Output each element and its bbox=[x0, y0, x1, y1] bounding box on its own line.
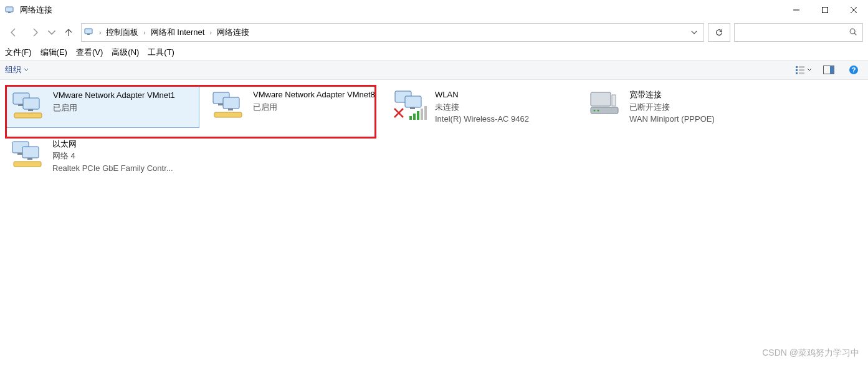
svg-rect-31 bbox=[405, 96, 421, 107]
svg-rect-34 bbox=[413, 114, 416, 120]
adapter-detail: Realtek PCIe GbE Family Contr... bbox=[52, 162, 173, 175]
svg-rect-3 bbox=[823, 7, 828, 13]
svg-rect-47 bbox=[17, 153, 22, 155]
navigation-bar: › 控制面板 › 网络和 Internet › 网络连接 bbox=[0, 20, 868, 45]
svg-rect-46 bbox=[22, 147, 39, 158]
back-button[interactable] bbox=[5, 24, 22, 41]
refresh-button[interactable] bbox=[708, 23, 730, 42]
svg-rect-22 bbox=[18, 104, 23, 106]
organize-button[interactable]: 组织 bbox=[5, 64, 29, 75]
adapter-item-ethernet[interactable]: 以太网 网络 4 Realtek PCIe GbE Family Contr..… bbox=[6, 135, 199, 177]
svg-rect-10 bbox=[796, 66, 798, 68]
adapter-item-wlan[interactable]: WLAN 未连接 Intel(R) Wireless-AC 9462 bbox=[389, 86, 576, 128]
svg-rect-13 bbox=[799, 69, 804, 71]
svg-rect-1 bbox=[8, 12, 11, 13]
breadcrumb-sep-icon: › bbox=[142, 29, 146, 36]
organize-label: 组织 bbox=[5, 64, 21, 75]
wlan-adapter-icon bbox=[393, 89, 427, 121]
svg-point-8 bbox=[850, 29, 855, 34]
app-icon bbox=[5, 5, 15, 15]
svg-rect-42 bbox=[612, 95, 616, 106]
svg-rect-26 bbox=[223, 97, 239, 109]
adapter-name: WLAN bbox=[435, 89, 529, 101]
svg-point-44 bbox=[598, 110, 599, 112]
window-controls bbox=[782, 0, 868, 20]
adapter-status: 已启用 bbox=[253, 101, 375, 114]
svg-text:?: ? bbox=[852, 66, 856, 74]
network-adapter-icon bbox=[11, 89, 45, 122]
svg-rect-36 bbox=[421, 109, 423, 120]
svg-rect-35 bbox=[417, 111, 419, 120]
close-button[interactable] bbox=[839, 0, 868, 20]
svg-rect-14 bbox=[796, 72, 798, 74]
svg-rect-24 bbox=[14, 113, 42, 118]
recent-dropdown[interactable] bbox=[47, 24, 56, 41]
breadcrumb-controlpanel[interactable]: 控制面板 bbox=[106, 27, 138, 38]
location-icon bbox=[84, 27, 94, 39]
adapter-name: 以太网 bbox=[52, 138, 173, 150]
minimize-button[interactable] bbox=[782, 0, 811, 20]
svg-rect-17 bbox=[830, 66, 834, 74]
svg-rect-27 bbox=[218, 104, 223, 105]
adapter-name: 宽带连接 bbox=[629, 89, 715, 101]
adapter-status: 已启用 bbox=[53, 102, 175, 114]
breadcrumb-network-internet[interactable]: 网络和 Internet bbox=[151, 27, 205, 38]
view-options-button[interactable] bbox=[794, 63, 813, 77]
adapter-name: VMware Network Adapter VMnet8 bbox=[253, 89, 375, 101]
search-icon bbox=[849, 27, 857, 38]
adapter-status: 已断开连接 bbox=[629, 101, 715, 114]
menu-view[interactable]: 查看(V) bbox=[76, 47, 103, 58]
maximize-button[interactable] bbox=[811, 0, 839, 20]
adapter-status: 网络 4 bbox=[52, 150, 173, 162]
address-dropdown-icon[interactable] bbox=[691, 28, 697, 37]
adapter-detail: Intel(R) Wireless-AC 9462 bbox=[435, 113, 529, 125]
preview-pane-button[interactable] bbox=[819, 63, 838, 77]
help-button[interactable]: ? bbox=[844, 63, 863, 77]
svg-rect-32 bbox=[410, 107, 415, 109]
window-title: 网络连接 bbox=[20, 4, 52, 16]
search-box[interactable] bbox=[734, 23, 863, 42]
network-adapter-icon bbox=[211, 89, 246, 121]
svg-rect-28 bbox=[228, 109, 233, 110]
menu-tools[interactable]: 工具(T) bbox=[148, 47, 174, 58]
forward-button[interactable] bbox=[26, 24, 44, 41]
title-bar: 网络连接 bbox=[0, 0, 868, 20]
svg-rect-33 bbox=[409, 116, 412, 120]
command-bar: 组织 ? bbox=[0, 60, 868, 80]
adapter-item-broadband[interactable]: 宽带连接 已断开连接 WAN Miniport (PPPOE) bbox=[583, 86, 770, 128]
svg-rect-40 bbox=[591, 92, 611, 106]
menu-file[interactable]: 文件(F) bbox=[5, 47, 32, 58]
modem-icon bbox=[587, 89, 622, 121]
menu-bar: 文件(F) 编辑(E) 查看(V) 高级(N) 工具(T) bbox=[0, 45, 868, 60]
svg-rect-21 bbox=[23, 98, 39, 109]
svg-rect-49 bbox=[14, 162, 41, 167]
svg-rect-37 bbox=[424, 106, 427, 120]
address-bar[interactable]: › 控制面板 › 网络和 Internet › 网络连接 bbox=[81, 23, 704, 42]
svg-rect-29 bbox=[214, 112, 242, 117]
network-adapter-icon bbox=[10, 138, 45, 170]
breadcrumb-sep-icon: › bbox=[208, 29, 212, 36]
adapter-status: 未连接 bbox=[435, 101, 529, 114]
adapter-name: VMware Network Adapter VMnet1 bbox=[53, 89, 175, 102]
breadcrumb-sep-icon: › bbox=[98, 29, 102, 36]
menu-advanced[interactable]: 高级(N) bbox=[112, 47, 139, 58]
up-button[interactable] bbox=[60, 24, 77, 41]
chevron-down-icon bbox=[24, 67, 29, 72]
content-area: VMware Network Adapter VMnet1 已启用 VMware… bbox=[0, 80, 868, 183]
adapter-item-vmnet8[interactable]: VMware Network Adapter VMnet8 已启用 bbox=[207, 86, 381, 128]
watermark-text: CSDN @菜鸡努力学习中 bbox=[762, 348, 859, 359]
svg-rect-12 bbox=[796, 69, 798, 71]
svg-rect-0 bbox=[6, 7, 13, 12]
svg-rect-48 bbox=[27, 158, 32, 160]
svg-rect-11 bbox=[799, 66, 804, 68]
svg-rect-7 bbox=[87, 34, 90, 35]
svg-point-43 bbox=[594, 110, 596, 112]
svg-rect-23 bbox=[28, 109, 33, 111]
menu-edit[interactable]: 编辑(E) bbox=[41, 47, 67, 58]
breadcrumb-network-connections[interactable]: 网络连接 bbox=[217, 27, 249, 38]
svg-rect-6 bbox=[85, 29, 92, 34]
adapter-detail: WAN Miniport (PPPOE) bbox=[629, 113, 715, 125]
svg-rect-15 bbox=[799, 72, 804, 74]
adapter-item-vmnet1[interactable]: VMware Network Adapter VMnet1 已启用 bbox=[6, 86, 199, 128]
svg-line-9 bbox=[854, 33, 856, 35]
